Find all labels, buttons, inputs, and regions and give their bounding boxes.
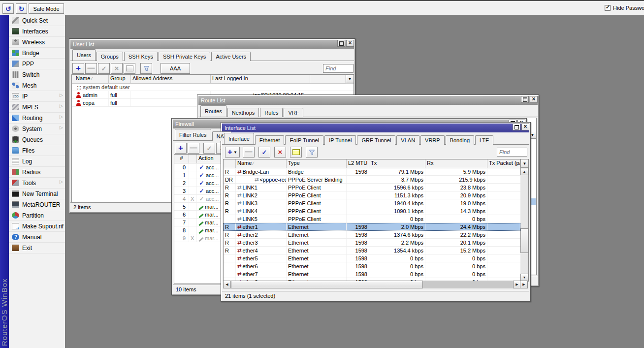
col-name[interactable]: Name <box>236 159 287 168</box>
sidebar-item[interactable]: Radius <box>9 167 65 178</box>
col-tx-packet[interactable]: Tx Packet (p/ <box>487 159 520 168</box>
add-button[interactable]: + <box>175 143 187 154</box>
redo-button[interactable]: ↻ <box>16 3 27 14</box>
sidebar-item[interactable]: Manual <box>9 232 65 243</box>
remove-button[interactable]: — <box>188 143 199 154</box>
tab[interactable]: Nexthops <box>227 108 259 117</box>
interface-row[interactable]: R ⇄LINK2 PPPoE Client 1151.3 kbps 20.9 M… <box>224 191 520 199</box>
enable-button[interactable]: ✓ <box>258 147 270 158</box>
enable-button[interactable]: ✓ <box>203 143 215 154</box>
find-input[interactable] <box>497 148 527 157</box>
tab[interactable]: LTE <box>475 135 493 145</box>
scroll-corner-button[interactable]: ▶ <box>520 281 528 288</box>
remove-button[interactable]: — <box>243 147 255 158</box>
col-name[interactable]: Name <box>72 75 109 83</box>
column-select-button[interactable]: ▼ <box>346 75 354 83</box>
vertical-scroll-thumb[interactable] <box>520 228 528 253</box>
interface-row[interactable]: R ⇄ether3 Ethernet 1598 2.2 Mbps 20.1 Mb… <box>224 239 520 247</box>
restore-button[interactable] <box>513 124 520 130</box>
route-list-titlebar[interactable]: Route List <box>198 96 538 105</box>
sidebar-item[interactable]: Interfaces <box>9 26 65 37</box>
interface-row[interactable]: R ⇄Bridge-Lan Bridge 1598 79.1 Mbps 5.9 … <box>224 168 520 176</box>
add-button[interactable]: + <box>72 63 84 74</box>
sidebar-item[interactable]: Log <box>9 156 65 167</box>
close-button[interactable]: × <box>346 40 354 47</box>
interface-row[interactable]: ⇄ether7 Ethernet 1598 0 bps 0 bps <box>224 270 520 278</box>
sidebar-item[interactable]: Mesh <box>9 80 65 91</box>
remove-button[interactable]: — <box>85 63 97 74</box>
disable-button[interactable]: × <box>111 63 123 74</box>
comment-button[interactable] <box>124 63 135 74</box>
tab[interactable]: Users <box>72 49 96 61</box>
sidebar-item[interactable]: Tools <box>9 178 65 189</box>
col-l2mtu[interactable]: L2 MTU <box>347 159 369 168</box>
interface-list-titlebar[interactable]: Interface List <box>222 124 529 132</box>
tab[interactable]: Rules <box>260 108 283 117</box>
interface-row[interactable]: R ⇄ether2 Ethernet 1598 1374.6 kbps 22.2… <box>224 231 520 239</box>
sidebar-item[interactable]: Make Supout.rif <box>9 221 65 232</box>
col-allowed-address[interactable]: Allowed Address <box>131 75 211 83</box>
sidebar-item[interactable]: Wireless <box>9 37 65 48</box>
horizontal-scroll-thumb[interactable] <box>231 281 423 288</box>
checkbox-icon[interactable] <box>605 5 611 11</box>
col-type[interactable]: Type <box>287 159 347 168</box>
hide-password-checkbox[interactable]: Hide Password <box>605 5 644 11</box>
close-button[interactable]: × <box>521 124 529 130</box>
sidebar-item[interactable]: Partition <box>9 210 65 221</box>
tab[interactable]: Filter Rules <box>175 129 211 140</box>
tab[interactable]: GRE Tunnel <box>357 135 395 145</box>
interface-row[interactable]: R ⇄LINK3 PPPoE Client 1940.4 kbps 19.0 M… <box>224 199 520 207</box>
undo-button[interactable]: ↺ <box>2 3 14 14</box>
restore-button[interactable] <box>337 40 345 47</box>
sidebar-item[interactable]: IP <box>9 91 65 102</box>
add-dropdown-button[interactable]: +▼ <box>225 147 240 158</box>
comment-button[interactable] <box>290 147 302 158</box>
sidebar-item[interactable]: Files <box>9 145 65 156</box>
col-group[interactable]: Group <box>109 75 131 83</box>
scroll-left-button[interactable]: ◀ <box>223 281 231 288</box>
safe-mode-button[interactable]: Safe Mode <box>29 3 64 14</box>
vertical-scrollbar[interactable] <box>520 168 528 281</box>
filter-button[interactable] <box>140 63 152 74</box>
tab[interactable]: Bonding <box>446 135 474 145</box>
disable-button[interactable]: × <box>274 147 286 158</box>
sidebar-item[interactable]: New Terminal <box>9 189 65 199</box>
col-last-logged-in[interactable]: Last Logged In <box>211 75 310 83</box>
interface-row[interactable]: R ⇄LINK1 PPPoE Client 1596.6 kbps 23.8 M… <box>224 184 520 191</box>
restore-button[interactable] <box>521 96 529 103</box>
scroll-up-button[interactable]: ▲ <box>520 168 528 175</box>
sidebar-item[interactable]: Bridge <box>9 48 65 59</box>
sidebar-item[interactable]: Switch <box>9 69 65 80</box>
tab[interactable]: VLAN <box>396 135 419 145</box>
tab[interactable]: Routes <box>200 105 226 117</box>
filter-button[interactable] <box>306 147 318 158</box>
tab[interactable]: VRRP <box>420 135 445 145</box>
col-rx[interactable]: Rx <box>425 159 487 168</box>
interface-row[interactable]: ⇄ether6 Ethernet 1598 0 bps 0 bps <box>224 262 520 270</box>
interface-row[interactable]: ⇄LINK5 PPPoE Client 0 bps 0 bps <box>224 215 520 223</box>
tab[interactable]: VRF <box>284 108 303 117</box>
horizontal-scrollbar[interactable]: ◀ ▶ <box>223 281 521 288</box>
interface-row[interactable]: DR ⇄<pppoe-red... PPPoE Server Binding 3… <box>224 176 520 184</box>
sidebar-item[interactable]: PPP <box>9 59 65 69</box>
tab[interactable]: SSH Private Keys <box>159 52 210 61</box>
find-input[interactable] <box>323 64 354 73</box>
sidebar-item[interactable]: Routing <box>9 113 65 124</box>
sidebar-item[interactable]: MetaROUTER <box>9 199 65 210</box>
tab[interactable]: IP Tunnel <box>324 135 356 145</box>
tab[interactable]: EoIP Tunnel <box>285 135 323 145</box>
sidebar-item[interactable]: MPLS <box>9 102 65 113</box>
interface-row[interactable]: ⇄ether5 Ethernet 1598 0 bps 0 bps <box>224 254 520 262</box>
tab[interactable]: SSH Keys <box>124 52 158 61</box>
scroll-down-button[interactable]: ▼ <box>520 274 528 281</box>
close-button[interactable]: × <box>530 96 538 103</box>
sidebar-item[interactable]: Quick Set <box>9 15 65 26</box>
tab[interactable]: Groups <box>97 52 123 61</box>
aaa-button[interactable]: AAA <box>161 63 190 74</box>
enable-button[interactable]: ✓ <box>98 63 110 74</box>
col-tx[interactable]: Tx <box>369 159 425 168</box>
col-number[interactable]: # <box>174 155 189 163</box>
tab[interactable]: Active Users <box>211 52 251 61</box>
tab[interactable]: Ethernet <box>255 135 285 145</box>
sidebar-item[interactable]: Queues <box>9 134 65 145</box>
